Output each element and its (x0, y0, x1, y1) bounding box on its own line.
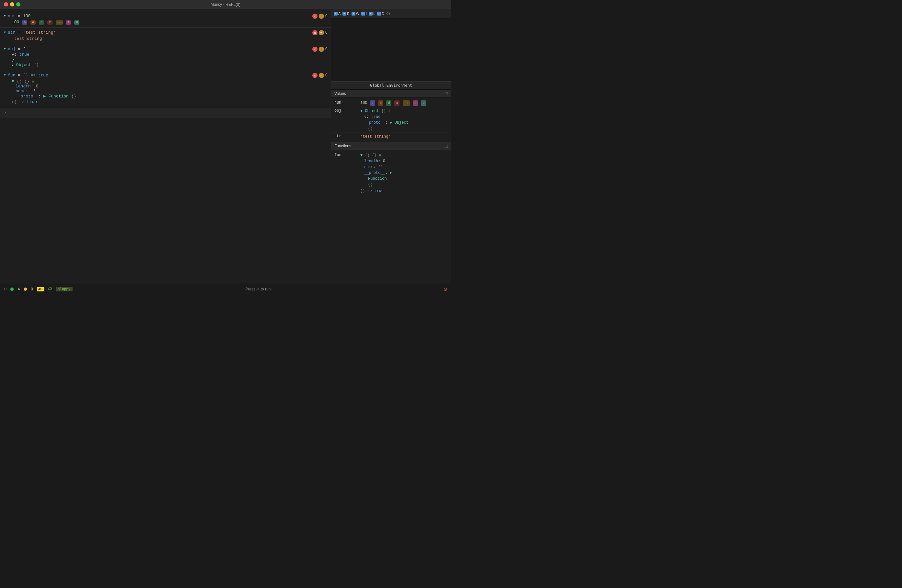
num-delete[interactable]: ✕ (312, 14, 318, 19)
tag-u-num[interactable]: u (421, 100, 426, 106)
env-val-str: 'test string' (360, 134, 391, 139)
functions-section-header: Functions □ (331, 142, 451, 150)
env-row-obj: obj ▼ Object {} # v: true __proto__: ▶ O… (331, 107, 451, 133)
obj-expression: obj = { (8, 47, 26, 52)
repl-block-obj: ▼ obj = { ✕ − C v: true } ▶ Object {} (0, 45, 331, 69)
sloppy-tag: sloppy (56, 287, 72, 291)
num-controls: ✕ − C (312, 14, 327, 19)
env-row-num: num 100 b o d x −+ s u (331, 99, 451, 107)
traffic-lights (4, 2, 20, 6)
fun-copy[interactable]: C (325, 73, 327, 78)
window-title: Mancy - REPL(0) (211, 2, 240, 7)
js-badge: JS (37, 287, 44, 291)
env-val-num: 100 b o d x −+ s u (360, 100, 426, 106)
cb-l[interactable]: ✓ L (369, 12, 375, 16)
right-panel: ✓ A ✓ E ✓ W ✓ I ✓ L ✓ D (331, 9, 451, 284)
collapse-fun[interactable]: ▼ (4, 74, 6, 77)
tag-s-num[interactable]: s (413, 100, 418, 106)
env-val-obj: ▼ Object {} # v: true __proto__: ▶ Objec… (360, 108, 409, 131)
env-row-str: str 'test string' (331, 133, 451, 141)
tag-minus-num[interactable]: −+ (403, 100, 410, 106)
obj-output: ▶ Object {} (4, 63, 327, 67)
repl-block-num: ▼ num = 100 ✕ − C 100 b o d x −+ s u (0, 12, 331, 27)
maximize-button[interactable] (16, 2, 20, 6)
values-collapse[interactable]: □ (445, 91, 448, 96)
functions-table: fun ▼ () {} # length: 0 name: '' __proto… (331, 150, 451, 197)
tag-x-num[interactable]: x (394, 100, 399, 106)
tag-o[interactable]: o (30, 20, 36, 25)
tag-minus[interactable]: −+ (56, 20, 63, 25)
green-status-dot (10, 288, 14, 291)
fun-expression: fun = () => true (8, 73, 48, 78)
values-label: Values (334, 91, 346, 96)
str-copy[interactable]: C (325, 30, 327, 35)
env-key-num: num (334, 100, 360, 105)
fun-delete[interactable]: ✕ (312, 73, 318, 78)
obj-controls: ✕ − C (312, 47, 327, 52)
str-minimize[interactable]: − (319, 30, 324, 35)
tag-b[interactable]: b (22, 20, 27, 25)
cb-d[interactable]: ✓ D (377, 12, 384, 16)
cb-i[interactable]: ✓ I (361, 12, 367, 16)
close-button[interactable] (4, 2, 8, 6)
str-delete[interactable]: ✕ (312, 30, 318, 35)
obj-minimize[interactable]: − (319, 47, 324, 52)
repl-panel: ▼ num = 100 ✕ − C 100 b o d x −+ s u (0, 9, 331, 284)
obj-delete[interactable]: ✕ (312, 47, 318, 52)
global-env-label: Global Environment (370, 83, 412, 88)
str-controls: ✕ − C (312, 30, 327, 35)
repl-block-str: ▼ str = 'test string' ✕ − C 'test string… (0, 28, 331, 43)
green-count: 4 (17, 287, 20, 291)
num-output: 100 b o d x −+ s u (4, 20, 327, 25)
run-hint: Press ↵ to run (245, 287, 271, 291)
cb-a[interactable]: ✓ A (334, 12, 340, 16)
collapse-str[interactable]: ▼ (4, 31, 6, 34)
orange-status-dot (23, 288, 27, 291)
console-output-area (331, 19, 451, 81)
env-row-fun: fun ▼ () {} # length: 0 name: '' __proto… (331, 152, 451, 195)
minimize-button[interactable] (10, 2, 14, 6)
settings-icon[interactable]: ⚙ (4, 286, 6, 292)
env-key-fun: fun (334, 153, 360, 157)
fun-minimize[interactable]: − (319, 73, 324, 78)
obj-copy[interactable]: C (325, 47, 327, 52)
tag-b-num[interactable]: b (370, 100, 375, 106)
str-output: 'test string' (4, 36, 327, 41)
fun-output: ▼ () {} # length: 0 name: '' __proto__: … (4, 79, 327, 104)
repl-input-line[interactable]: › (0, 108, 331, 118)
num-minimize[interactable]: − (319, 14, 324, 19)
tag-o-num[interactable]: o (378, 100, 383, 106)
values-table: num 100 b o d x −+ s u obj (331, 98, 451, 142)
input-caret: › (4, 110, 6, 115)
env-val-fun: ▼ () {} # length: 0 name: '' __proto__: … (360, 153, 392, 194)
orange-count: 0 (31, 287, 33, 291)
str-expression: str = 'test string' (8, 30, 56, 35)
functions-label: Functions (334, 144, 351, 148)
values-section-header: Values □ (331, 90, 451, 98)
cb-null[interactable]: ∅ (386, 11, 390, 16)
checkboxes-row: ✓ A ✓ E ✓ W ✓ I ✓ L ✓ D (331, 9, 451, 19)
env-key-obj: obj (334, 108, 360, 113)
global-env-header: Global Environment (331, 81, 451, 90)
cb-e[interactable]: ✓ E (343, 12, 349, 16)
env-key-str: str (334, 134, 360, 139)
title-bar: Mancy - REPL(0) (0, 0, 451, 9)
status-bar: ⚙ 4 0 JS 🏷 sloppy Press ↵ to run ⊘ (0, 284, 451, 294)
tag-u[interactable]: u (74, 20, 79, 25)
main-layout: ▼ num = 100 ✕ − C 100 b o d x −+ s u (0, 9, 451, 284)
repl-block-fun: ▼ fun = () => true ✕ − C ▼ () {} # lengt… (0, 71, 331, 106)
tag-x[interactable]: x (47, 20, 52, 25)
collapse-num[interactable]: ▼ (4, 14, 6, 18)
stop-button[interactable]: ⊘ (443, 286, 447, 293)
fun-controls: ✕ − C (312, 73, 327, 78)
tag-d-num[interactable]: d (386, 100, 391, 106)
num-copy[interactable]: C (325, 14, 327, 19)
functions-collapse[interactable]: □ (445, 144, 448, 149)
tag-s[interactable]: s (66, 20, 71, 25)
num-expression: num = 100 (8, 14, 30, 19)
tag-d[interactable]: d (39, 20, 44, 25)
cb-w[interactable]: ✓ W (352, 12, 359, 16)
env-scroll-area: Values □ num 100 b o d x −+ s u (331, 90, 451, 284)
collapse-obj[interactable]: ▼ (4, 47, 6, 51)
obj-body: v: true } (4, 52, 327, 62)
